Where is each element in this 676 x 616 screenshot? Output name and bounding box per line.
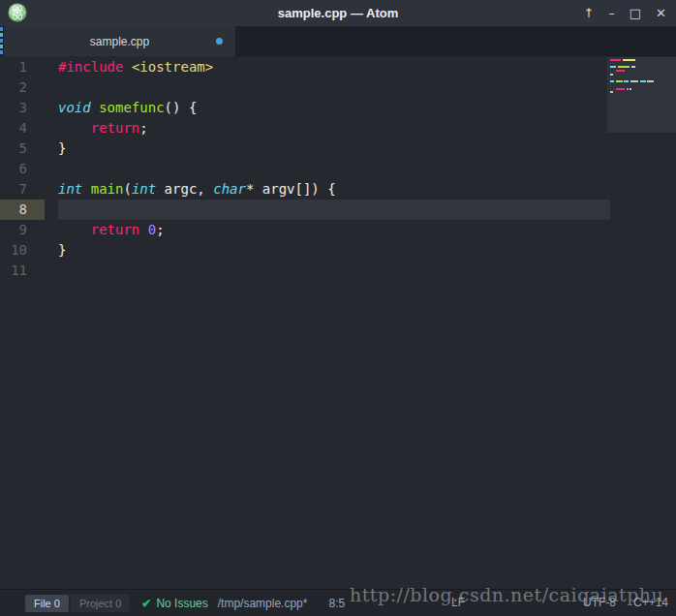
no-issues-label: No Issues <box>156 597 207 610</box>
minimap-line-mark <box>640 80 646 82</box>
line-number-1[interactable]: 1 <box>0 57 45 77</box>
edge-mark <box>0 45 3 48</box>
code-line-10[interactable]: } <box>58 240 336 261</box>
line-number-9[interactable]: 9 <box>0 220 45 240</box>
token <box>58 120 91 136</box>
left-edge-marks <box>0 27 3 56</box>
token: } <box>58 140 66 156</box>
minimap-line-mark <box>610 80 614 82</box>
minimap-line-mark <box>647 80 654 82</box>
line-number-6[interactable]: 6 <box>0 159 45 179</box>
token: return <box>91 120 140 136</box>
code-line-6[interactable] <box>58 159 336 179</box>
code-line-4[interactable]: return; <box>58 118 336 139</box>
minimap-line-mark <box>630 80 638 82</box>
token: 0 <box>148 222 156 237</box>
status-bar: File 0 Project 0 ✔ No Issues /tmp/sample… <box>0 589 676 616</box>
keep-above-button[interactable]: ↑ <box>583 7 594 19</box>
minimap-line-mark <box>618 66 630 68</box>
close-button[interactable]: ✕ <box>656 7 666 19</box>
maximize-button[interactable]: □ <box>630 7 641 19</box>
code-line-2[interactable] <box>58 77 336 98</box>
minimap-line-mark <box>616 88 625 90</box>
window-controls: ↑–□✕ <box>583 0 666 26</box>
check-icon: ✔ <box>141 597 151 610</box>
minimap-line-mark <box>623 59 635 61</box>
line-number-5[interactable]: 5 <box>0 139 45 159</box>
tab-bar: sample.cpp <box>0 26 676 56</box>
linter-project-button[interactable]: Project 0 <box>71 595 130 612</box>
code-line-8[interactable] <box>58 200 336 220</box>
tab-label: sample.cpp <box>90 35 149 48</box>
token: } <box>58 242 66 258</box>
edge-mark <box>0 27 3 31</box>
token: ; <box>156 222 164 237</box>
minimap[interactable] <box>607 57 676 589</box>
code-line-3[interactable]: void somefunc() { <box>58 98 336 118</box>
token: int <box>58 181 82 197</box>
token: ( <box>123 181 131 197</box>
token <box>58 222 91 237</box>
status-left: File 0 Project 0 ✔ No Issues /tmp/sample… <box>25 590 345 616</box>
tab-sample-cpp[interactable]: sample.cpp <box>4 26 235 56</box>
minimap-line-mark <box>610 66 616 68</box>
grammar-selector[interactable]: C++14 <box>633 590 668 616</box>
minimap-line-mark <box>610 74 613 76</box>
token: int <box>132 181 156 197</box>
minimap-line-mark <box>610 91 613 93</box>
edge-mark <box>0 50 3 54</box>
line-ending-selector[interactable]: LF <box>451 590 465 616</box>
encoding-selector[interactable]: UTF-8 <box>583 590 616 616</box>
token: ; <box>139 120 147 136</box>
linter-file-button[interactable]: File 0 <box>25 595 69 612</box>
code-line-9[interactable]: return 0; <box>58 220 336 240</box>
token: main <box>91 181 124 197</box>
token <box>82 181 90 197</box>
cursor-position[interactable]: 8:5 <box>328 597 345 610</box>
minimap-line-mark <box>630 88 631 90</box>
token: * argv[]) { <box>246 181 336 197</box>
token: argc, <box>156 181 213 197</box>
code-line-5[interactable]: } <box>58 139 336 159</box>
minimize-button[interactable]: – <box>608 7 615 19</box>
token: return <box>91 222 140 237</box>
token: char <box>213 181 246 197</box>
line-number-3[interactable]: 3 <box>0 98 45 118</box>
minimap-line-mark <box>610 59 621 61</box>
window-title: sample.cpp — Atom <box>0 0 676 26</box>
token: #include <box>58 59 123 75</box>
token: () { <box>165 100 198 115</box>
token <box>91 100 99 115</box>
linter-status[interactable]: ✔ No Issues <box>141 597 207 610</box>
file-path: /tmp/sample.cpp* <box>218 597 308 610</box>
titlebar[interactable]: sample.cpp — Atom ↑–□✕ <box>0 0 676 26</box>
line-number-7[interactable]: 7 <box>0 179 45 200</box>
minimap-line-mark <box>627 88 629 90</box>
code-line-11[interactable] <box>58 261 336 281</box>
token: <iostream> <box>132 59 213 75</box>
minimap-visible-area[interactable] <box>607 57 676 133</box>
code-line-1[interactable]: #include <iostream> <box>58 57 336 77</box>
token: somefunc <box>99 100 164 115</box>
atom-window: sample.cpp — Atom ↑–□✕ sample.cpp 123456… <box>0 0 676 616</box>
minimap-line-mark <box>631 66 635 68</box>
text-editor[interactable]: 1234567891011 #include <iostream>void so… <box>0 57 676 589</box>
token <box>139 222 147 237</box>
code-line-7[interactable]: int main(int argc, char* argv[]) { <box>58 179 336 200</box>
line-number-10[interactable]: 10 <box>0 240 45 261</box>
line-number-4[interactable]: 4 <box>0 118 45 139</box>
line-number-gutter[interactable]: 1234567891011 <box>0 57 45 281</box>
edge-mark <box>0 33 3 37</box>
line-number-2[interactable]: 2 <box>0 77 45 98</box>
minimap-line-mark <box>616 80 623 82</box>
minimap-line-mark <box>624 80 629 82</box>
token: void <box>58 100 91 115</box>
line-number-8[interactable]: 8 <box>0 200 45 220</box>
line-number-11[interactable]: 11 <box>0 261 45 281</box>
code-lines[interactable]: #include <iostream>void somefunc() { ret… <box>58 57 336 281</box>
edge-mark <box>0 39 3 43</box>
minimap-line-mark <box>616 70 625 72</box>
token <box>123 59 131 75</box>
modified-dot-icon[interactable] <box>216 38 223 45</box>
